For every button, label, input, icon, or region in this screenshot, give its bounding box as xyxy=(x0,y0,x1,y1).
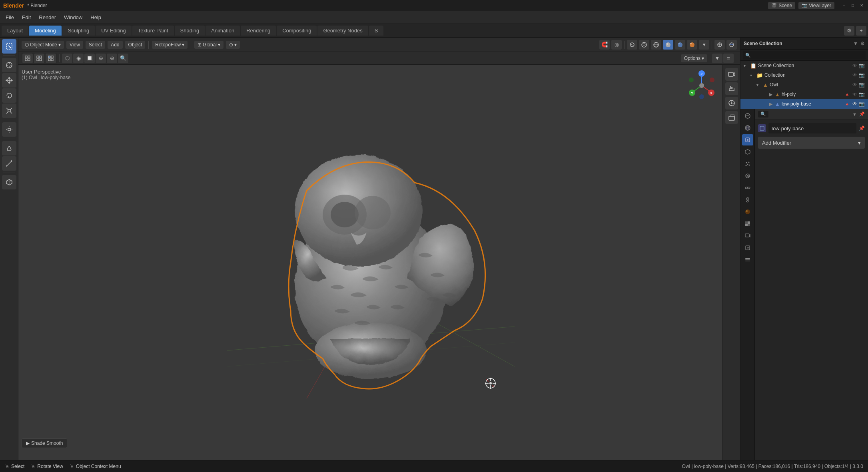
props-search[interactable]: 🔍 xyxy=(758,111,768,118)
props-world-icon[interactable] xyxy=(742,122,753,133)
filter-icon-2[interactable]: ≡ xyxy=(723,54,734,63)
shading-solid-icon[interactable] xyxy=(663,40,673,50)
scene-selector[interactable]: 🎬 Scene xyxy=(768,2,795,9)
tab-animation[interactable]: Animation xyxy=(206,26,240,36)
props-object-icon[interactable] xyxy=(742,134,753,145)
vert-select-icon[interactable] xyxy=(22,54,33,63)
close-button[interactable]: ✕ xyxy=(858,2,865,9)
outliner-collection[interactable]: ▾ 📁 Collection 👁 📷 xyxy=(740,70,868,80)
props-texture-icon[interactable] xyxy=(742,218,753,229)
rotate-tool-button[interactable] xyxy=(2,88,16,103)
select-menu[interactable]: Select xyxy=(86,41,105,49)
tab-sculpting[interactable]: Sculpting xyxy=(62,26,95,36)
menu-help[interactable]: Help xyxy=(86,13,105,22)
tab-rendering[interactable]: Rendering xyxy=(241,26,276,36)
menu-window[interactable]: Window xyxy=(60,13,86,22)
object-menu[interactable]: Object xyxy=(125,41,146,49)
ortho-button[interactable] xyxy=(725,111,738,124)
select-tool-button[interactable] xyxy=(2,39,16,54)
face-select-icon[interactable] xyxy=(46,54,56,63)
options-button[interactable]: Options ▾ xyxy=(681,54,707,62)
tab-compositing[interactable]: Compositing xyxy=(277,26,317,36)
tab-uv-editing[interactable]: UV Editing xyxy=(96,26,131,36)
maximize-button[interactable]: □ xyxy=(850,2,856,9)
object-name-field[interactable]: low-poly-base xyxy=(768,123,856,133)
viewport-display-icon[interactable] xyxy=(627,40,637,50)
retopoflow-button[interactable]: RetopoFlow ▾ xyxy=(152,41,188,49)
scale-tool-button[interactable] xyxy=(2,104,16,118)
view-icon-2[interactable]: ◉ xyxy=(73,54,84,63)
snapping-icon[interactable]: 🧲 xyxy=(599,40,610,50)
outliner-filter-icon[interactable]: ▼ xyxy=(853,41,858,46)
menu-file[interactable]: File xyxy=(2,13,18,22)
shading-render-icon[interactable] xyxy=(687,40,697,50)
props-unlink-icon[interactable]: 📌 xyxy=(859,125,865,131)
menu-edit[interactable]: Edit xyxy=(18,13,35,22)
right-panel: Scene Collection ▼ ⚙ 🔍 ▾ 📋 Scene Collect… xyxy=(740,38,868,460)
view-menu[interactable]: View xyxy=(66,41,83,49)
tab-layout[interactable]: Layout xyxy=(2,26,28,36)
tab-modeling[interactable]: Modeling xyxy=(29,26,62,36)
filter-icon-1[interactable]: ▼ xyxy=(712,54,722,63)
scene-eye-icon[interactable]: 👁 xyxy=(852,63,857,68)
overlay-toggle[interactable] xyxy=(726,40,737,50)
viewport[interactable]: ⬡ Object Mode ▾ View Select Add Object R… xyxy=(18,38,740,460)
grab-icon-button[interactable] xyxy=(725,82,738,95)
view-icon-4[interactable]: ⊕ xyxy=(96,54,106,63)
workspace-add-icon[interactable]: + xyxy=(856,26,866,36)
shading-wireframe-icon[interactable] xyxy=(651,40,661,50)
props-filter-icon[interactable]: ▼ xyxy=(852,112,857,117)
view-icon-6[interactable]: 🔍 xyxy=(118,54,128,63)
move-tool-button[interactable] xyxy=(2,73,16,88)
outliner-search[interactable]: 🔍 xyxy=(743,51,866,60)
props-constraints-icon[interactable] xyxy=(742,182,753,193)
outliner-hi-poly[interactable]: ▶ ▲ hi-poly 🔺 👁 📷 xyxy=(740,90,868,99)
svg-point-100 xyxy=(747,187,748,189)
add-modifier-button[interactable]: Add Modifier ▾ xyxy=(758,137,865,149)
shading-chevron[interactable]: ▾ xyxy=(699,40,709,50)
proportional-edit-icon[interactable]: ◎ xyxy=(611,40,622,50)
view-icon-3[interactable]: 🔲 xyxy=(84,54,95,63)
props-pin-icon[interactable]: 📌 xyxy=(859,112,865,117)
tab-geometry-nodes[interactable]: Geometry Nodes xyxy=(317,26,368,36)
props-render-icon[interactable] xyxy=(742,230,753,241)
outliner-owl[interactable]: ▾ ▲ Owl 👁 📷 xyxy=(740,80,868,90)
tab-s[interactable]: S xyxy=(369,26,384,36)
transform-orientation[interactable]: ⊞ Global ▾ xyxy=(194,41,223,49)
props-material-icon[interactable] xyxy=(742,206,753,217)
measure-tool-button[interactable] xyxy=(2,156,16,171)
pivot-point[interactable]: ⊙ ▾ xyxy=(226,41,240,49)
mode-selector[interactable]: ⬡ Object Mode ▾ xyxy=(22,41,64,49)
props-physics-icon[interactable] xyxy=(742,170,753,181)
minimize-button[interactable]: – xyxy=(841,2,847,9)
menu-render[interactable]: Render xyxy=(35,13,60,22)
viewlayer-selector[interactable]: 📷 ViewLayer xyxy=(798,2,834,9)
tab-texture-paint[interactable]: Texture Paint xyxy=(132,26,174,36)
cursor-tool-button[interactable] xyxy=(2,58,16,72)
edge-select-icon[interactable] xyxy=(34,54,44,63)
props-modifier-icon[interactable] xyxy=(742,146,753,157)
view-icon-5[interactable]: ⊕ xyxy=(107,54,117,63)
camera-view-button[interactable] xyxy=(725,68,738,81)
props-scene-icon[interactable] xyxy=(742,110,753,121)
workspace-settings-icon[interactable]: ⚙ xyxy=(844,26,854,36)
xray-icon[interactable] xyxy=(639,40,649,50)
outliner-settings-icon[interactable]: ⚙ xyxy=(860,41,865,46)
svg-point-63 xyxy=(731,102,732,104)
shading-material-icon[interactable] xyxy=(675,40,685,50)
camera-track-button[interactable] xyxy=(725,97,738,110)
add-menu[interactable]: Add xyxy=(108,41,122,49)
props-data-icon[interactable] xyxy=(742,194,753,205)
view-icon-1[interactable]: ⬡ xyxy=(62,54,72,63)
annotate-tool-button[interactable] xyxy=(2,141,16,155)
gizmo-toggle[interactable] xyxy=(714,40,725,50)
add-cube-button[interactable] xyxy=(2,175,16,189)
props-viewlayer-icon[interactable] xyxy=(742,254,753,265)
outliner-scene-collection[interactable]: ▾ 📋 Scene Collection 👁 📷 xyxy=(740,61,868,70)
props-output-icon[interactable] xyxy=(742,242,753,253)
outliner-low-poly-base[interactable]: ▶ ▲ low-poly-base 🔺 👁 📷 xyxy=(740,99,868,109)
tab-shading[interactable]: Shading xyxy=(175,26,205,36)
props-particles-icon[interactable] xyxy=(742,158,753,169)
scene-render-icon[interactable]: 📷 xyxy=(859,63,865,68)
transform-tool-button[interactable] xyxy=(2,122,16,137)
